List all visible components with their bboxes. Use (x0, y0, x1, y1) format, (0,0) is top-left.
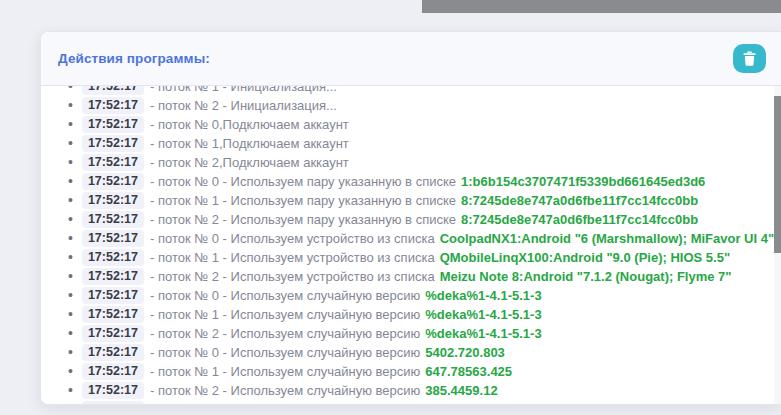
log-timestamp: 17:52:17 (82, 86, 144, 95)
log-message: - поток № 0 - Используем пару указанную … (150, 174, 456, 189)
log-value: QMobileLinqX100:Android "9.0 (Pie); HIOS… (440, 250, 730, 265)
log-timestamp: 17:52:17 (82, 211, 144, 228)
panel-title: Действия программы: (58, 51, 210, 66)
log-timestamp: 17:52:17 (82, 192, 144, 209)
log-value: 1:b6b154c3707471f5339bd661645ed3d6 (461, 174, 705, 189)
log-entry: •17:52:17- поток № 1 - Используем устрой… (68, 248, 781, 267)
log-entry: •17:52:17- поток № 2 - Используем устрой… (68, 267, 781, 286)
log-entry: •17:52:17- поток № 1 - Используем случай… (68, 362, 781, 381)
log-value: 8:7245de8e747a0d6fbe11f7cc14fcc0bb (461, 193, 698, 208)
log-value: Meizu Note 8:Android "7.1.2 (Nougat); Fl… (440, 269, 732, 284)
bullet-icon: • (68, 362, 73, 381)
top-scrollbar-fragment (422, 0, 781, 13)
log-value: %deka%1-4.1-5.1-3 (425, 326, 541, 341)
log-timestamp: 17:52:17 (82, 344, 144, 361)
log-entry: •17:52:17- поток № 1 - Инициализация... (68, 86, 781, 96)
log-value: 385.4459.12 (425, 383, 497, 398)
log-value: %deka%1-4.1-5.1-3 (425, 307, 541, 322)
log-entry: •17:52:17- поток № 1,Подключаем аккаунт (68, 134, 781, 153)
log-message: - поток № 1 - Инициализация... (150, 86, 337, 94)
log-message: - поток № 2 - Используем случайную верси… (150, 383, 420, 398)
log-message: - поток № 2 - Используем пару указанную … (150, 212, 456, 227)
log-timestamp: 17:52:17 (82, 268, 144, 285)
log-timestamp: 17:52:17 (82, 363, 144, 380)
log-timestamp: 17:52:17 (82, 382, 144, 399)
log-message: - поток № 0 - Б... (150, 402, 250, 404)
log-entry: •17:52:17- поток № 2 - Инициализация... (68, 96, 781, 115)
log-timestamp: 17:52:17 (82, 230, 144, 247)
log-timestamp: 17:52:17 (82, 97, 144, 114)
log-timestamp: 17:52:17 (82, 173, 144, 190)
bullet-icon: • (68, 229, 73, 248)
log-entry: •17:52:17- поток № 0 - Используем случай… (68, 343, 781, 362)
bullet-icon: • (68, 115, 73, 134)
log-timestamp: 17:52:17 (82, 154, 144, 171)
log-timestamp: 17:52:17 (82, 116, 144, 133)
log-entry: •17:52:17- поток № 0 - Используем устрой… (68, 229, 781, 248)
bullet-icon: • (68, 96, 73, 115)
log-value: 5402.720.803 (425, 345, 505, 360)
log-timestamp: 17:52:17 (82, 287, 144, 304)
bullet-icon: • (68, 172, 73, 191)
log-value: 647.78563.425 (425, 364, 512, 379)
log-entry: •17:52:17- поток № 2 - Используем пару у… (68, 210, 781, 229)
bullet-icon: • (68, 153, 73, 172)
clear-log-button[interactable] (733, 44, 766, 73)
log-message: - поток № 2 - Используем устройство из с… (150, 269, 435, 284)
log-entry: •17:52:17- поток № 2,Подключаем аккаунт (68, 153, 781, 172)
log-timestamp: 17:52:17 (82, 249, 144, 266)
log-scrollbar-thumb[interactable] (774, 96, 781, 253)
bullet-icon: • (68, 267, 73, 286)
log-list: •17:52:17- поток № 1 - Инициализация...•… (41, 86, 781, 404)
log-message: - поток № 2 - Используем случайную верси… (150, 326, 420, 341)
bullet-icon: • (68, 305, 73, 324)
log-message: - поток № 1,Подключаем аккаунт (150, 136, 349, 151)
bullet-icon: • (68, 343, 73, 362)
log-value: %deka%1-4.1-5.1-3 (425, 288, 541, 303)
panel-header: Действия программы: (41, 32, 781, 86)
log-timestamp: 17:52:17 (82, 325, 144, 342)
log-scroll-area[interactable]: •17:52:17- поток № 1 - Инициализация...•… (41, 86, 781, 404)
log-entry: •17:52:17- поток № 0 - Используем пару у… (68, 172, 781, 191)
log-timestamp: 17:52:17 (82, 401, 144, 404)
bullet-icon: • (68, 400, 73, 404)
log-entry: •17:52:17- поток № 1 - Используем пару у… (68, 191, 781, 210)
bullet-icon: • (68, 286, 73, 305)
log-value: 8:7245de8e747a0d6fbe11f7cc14fcc0bb (461, 212, 698, 227)
log-message: - поток № 1 - Используем устройство из с… (150, 250, 435, 265)
log-timestamp: 17:52:17 (82, 306, 144, 323)
log-message: - поток № 2,Подключаем аккаунт (150, 155, 349, 170)
log-message: - поток № 0 - Используем случайную верси… (150, 288, 420, 303)
bullet-icon: • (68, 248, 73, 267)
log-message: - поток № 0 - Используем случайную верси… (150, 345, 420, 360)
log-entry: •17:52:17- поток № 2 - Используем случай… (68, 324, 781, 343)
bullet-icon: • (68, 381, 73, 400)
log-entry: •17:52:17- поток № 1 - Используем случай… (68, 305, 781, 324)
log-message: - поток № 0 - Используем устройство из с… (150, 231, 435, 246)
program-actions-panel: Действия программы: •17:52:17- поток № 1… (40, 31, 781, 405)
log-message: - поток № 2 - Инициализация... (150, 98, 337, 113)
bullet-icon: • (68, 86, 73, 96)
trash-icon (743, 51, 756, 66)
log-entry: •17:52:17- поток № 0 - Используем случай… (68, 286, 781, 305)
log-timestamp: 17:52:17 (82, 135, 144, 152)
log-entry: •17:52:17- поток № 0 - Б... (68, 400, 781, 404)
bullet-icon: • (68, 134, 73, 153)
log-message: - поток № 1 - Используем случайную верси… (150, 307, 420, 322)
bullet-icon: • (68, 324, 73, 343)
log-value: CoolpadNX1:Android "6 (Marshmallow); MiF… (440, 231, 774, 246)
log-message: - поток № 1 - Используем случайную верси… (150, 364, 420, 379)
bullet-icon: • (68, 210, 73, 229)
log-scrollbar-track[interactable] (774, 86, 781, 404)
bullet-icon: • (68, 191, 73, 210)
log-entry: •17:52:17- поток № 2 - Используем случай… (68, 381, 781, 400)
log-entry: •17:52:17- поток № 0,Подключаем аккаунт (68, 115, 781, 134)
log-message: - поток № 1 - Используем пару указанную … (150, 193, 456, 208)
log-message: - поток № 0,Подключаем аккаунт (150, 117, 349, 132)
